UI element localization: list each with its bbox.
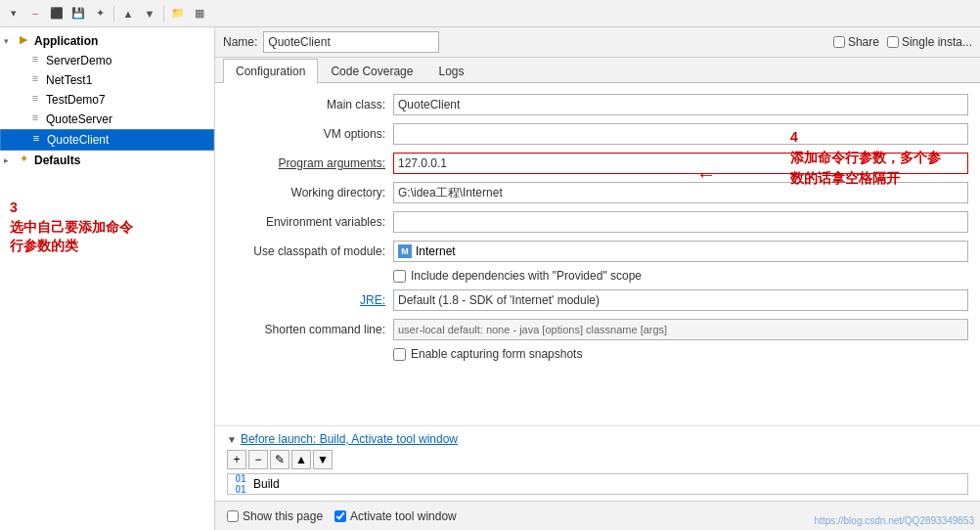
toolbar-folder-btn[interactable]: 📁 (168, 4, 188, 23)
include-deps-label: Include dependencies with "Provided" sco… (411, 269, 642, 283)
toolbar-save-btn[interactable]: 💾 (68, 4, 88, 23)
enable-snapshots-label: Enable capturing form snapshots (411, 347, 582, 361)
build-label: Build (253, 477, 280, 491)
toolbar-up-btn[interactable]: ▲ (118, 4, 138, 23)
env-vars-label: Environment variables: (227, 215, 393, 229)
show-page-checkbox-item[interactable]: Show this page (227, 509, 323, 523)
main-class-row: Main class: (227, 93, 968, 116)
activate-tool-checkbox[interactable] (334, 510, 346, 522)
share-checkbox[interactable] (833, 36, 845, 48)
toolbar-dropdown-btn[interactable]: ▾ (4, 4, 23, 23)
collapse-arrow[interactable]: ▼ (227, 434, 237, 445)
class-icon-nettest1: ≡ (27, 72, 43, 88)
include-deps-checkbox[interactable] (393, 270, 406, 283)
tree-arrow-defaults (4, 155, 16, 165)
defaults-icon: ✦ (16, 153, 31, 168)
show-page-checkbox[interactable] (227, 510, 239, 522)
tree-arrow-application (4, 36, 16, 46)
tree-label-quoteclient: QuoteClient (47, 133, 109, 147)
name-row: Name: Share Single insta... (215, 27, 980, 58)
build-icon: 0101 (234, 477, 247, 491)
shorten-label: Shorten command line: (227, 323, 393, 336)
launch-toolbar: + − ✎ ▲ ▼ (227, 450, 968, 469)
tree-item-serverdemo[interactable]: ≡ ServerDemo (0, 51, 214, 70)
jre-label: JRE: (227, 293, 393, 307)
name-input[interactable] (263, 31, 439, 53)
form-area: Main class: VM options: Program argument… (215, 83, 980, 425)
classpath-label: Use classpath of module: (227, 244, 393, 258)
tree-container: ▶ Application ≡ ServerDemo ≡ NetTest1 (0, 27, 214, 530)
shorten-input[interactable] (393, 319, 968, 340)
tab-code-coverage[interactable]: Code Coverage (318, 59, 425, 83)
vm-options-row: VM options: (227, 122, 968, 146)
single-instance-checkbox-item[interactable]: Single insta... (887, 35, 972, 49)
name-field-label: Name: (223, 35, 257, 49)
jre-input[interactable] (393, 289, 968, 311)
annotation-3-text: 选中自己要添加命令行参数的类 (10, 218, 133, 256)
toolbar-square-btn[interactable]: ⬛ (47, 4, 67, 23)
tree-item-nettest1[interactable]: ≡ NetTest1 (0, 70, 214, 90)
annotation-3-number: 3 (10, 199, 133, 218)
main-class-input[interactable] (393, 94, 968, 115)
jre-row: JRE: (227, 288, 968, 312)
single-instance-checkbox[interactable] (887, 36, 899, 48)
enable-snapshots-checkbox[interactable] (393, 348, 406, 361)
bottom-bar: Show this page Activate tool window (215, 501, 980, 530)
tree-label-quoteserver: QuoteServer (46, 112, 112, 126)
class-icon-quoteclient: ≡ (28, 132, 44, 148)
activate-tool-label: Activate tool window (350, 509, 457, 523)
launch-edit-btn[interactable]: ✎ (270, 450, 290, 469)
application-icon: ▶ (16, 33, 31, 49)
before-launch-section: ▼ Before launch: Build, Activate tool wi… (215, 425, 980, 501)
launch-remove-btn[interactable]: − (248, 450, 268, 469)
left-panel: ▶ Application ≡ ServerDemo ≡ NetTest1 (0, 27, 215, 530)
toolbar-sep2 (163, 6, 164, 22)
tree-item-application[interactable]: ▶ Application (0, 31, 214, 51)
program-args-row: Program arguments: (227, 152, 968, 175)
toolbar: ▾ − ⬛ 💾 ✦ ▲ ▼ 📁 ▦ (0, 0, 980, 27)
enable-snapshots-row: Enable capturing form snapshots (227, 347, 968, 361)
tab-configuration[interactable]: Configuration (223, 59, 318, 83)
content-area: ▶ Application ≡ ServerDemo ≡ NetTest1 (0, 27, 980, 530)
launch-up-btn[interactable]: ▲ (291, 450, 311, 469)
vm-options-input[interactable] (393, 123, 968, 145)
tab-logs[interactable]: Logs (425, 59, 476, 83)
env-vars-input[interactable] (393, 211, 968, 233)
tree-label-testdemo7: TestDemo7 (46, 93, 106, 107)
env-vars-row: Environment variables: (227, 210, 968, 234)
launch-add-btn[interactable]: + (227, 450, 246, 469)
single-instance-label: Single insta... (902, 35, 972, 49)
tree-item-defaults[interactable]: ✦ Defaults (0, 151, 214, 170)
toolbar-down-btn[interactable]: ▼ (140, 4, 159, 23)
build-item: 0101 Build (227, 473, 968, 495)
launch-down-btn[interactable]: ▼ (313, 450, 333, 469)
annotation-3: 3 选中自己要添加命令行参数的类 (10, 199, 133, 256)
before-launch-title[interactable]: Before launch: Build, Activate tool wind… (241, 432, 458, 446)
working-dir-input[interactable] (393, 182, 968, 203)
right-panel: Name: Share Single insta... Configuratio… (215, 27, 980, 530)
class-icon-serverdemo: ≡ (27, 53, 43, 68)
class-icon-testdemo7: ≡ (27, 92, 43, 108)
before-launch-header: ▼ Before launch: Build, Activate tool wi… (227, 432, 968, 446)
tree-label-application: Application (34, 34, 98, 48)
working-dir-label: Working directory: (227, 186, 393, 199)
activate-tool-checkbox-item[interactable]: Activate tool window (334, 509, 457, 523)
program-args-input[interactable] (393, 153, 968, 174)
vm-options-label: VM options: (227, 127, 393, 141)
tree-item-testdemo7[interactable]: ≡ TestDemo7 (0, 90, 214, 110)
share-area: Share Single insta... (833, 35, 972, 49)
working-dir-row: Working directory: (227, 181, 968, 204)
tree-label-nettest1: NetTest1 (46, 73, 92, 87)
program-args-label: Program arguments: (227, 156, 393, 170)
toolbar-minus-btn[interactable]: − (25, 4, 45, 23)
show-page-label: Show this page (243, 509, 323, 523)
toolbar-grid-btn[interactable]: ▦ (190, 4, 209, 23)
tree-item-quoteclient[interactable]: ≡ QuoteClient (0, 129, 214, 151)
shorten-row: Shorten command line: (227, 318, 968, 341)
main-class-label: Main class: (227, 98, 393, 111)
classpath-module-display: M Internet (393, 241, 968, 262)
toolbar-star-btn[interactable]: ✦ (90, 4, 110, 23)
class-icon-quoteserver: ≡ (27, 111, 43, 127)
share-checkbox-item[interactable]: Share (833, 35, 879, 49)
tree-item-quoteserver[interactable]: ≡ QuoteServer (0, 110, 214, 129)
